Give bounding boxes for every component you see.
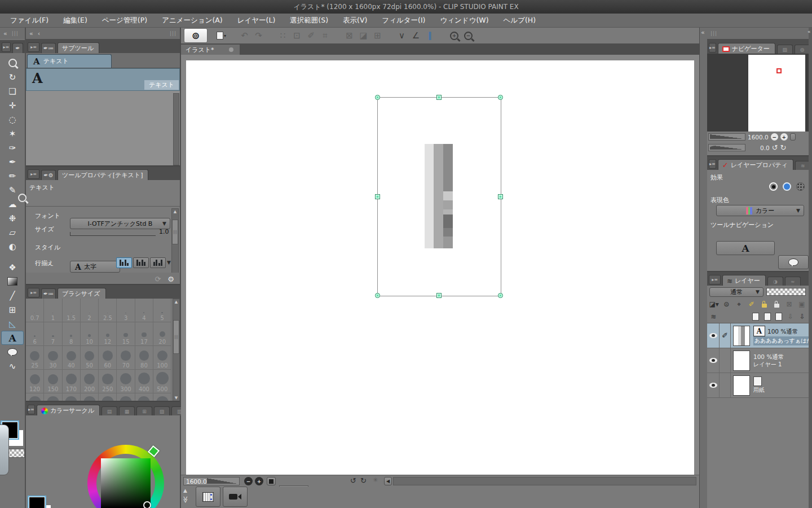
brush-size-tab[interactable]: ブラシサイズ: [58, 288, 106, 299]
navigator-zoom-in-icon[interactable]: +: [780, 133, 788, 141]
menu-item-9[interactable]: ヘルプ(H): [501, 15, 539, 27]
tool-nav-text-button[interactable]: A: [716, 241, 775, 255]
grip-icon[interactable]: |||: [170, 30, 176, 36]
undo-button[interactable]: ↶: [237, 29, 251, 42]
text-selection-box[interactable]: [377, 97, 501, 296]
navigator-rotate-cw-icon[interactable]: ↻: [780, 143, 787, 152]
brush-size-25[interactable]: 25: [26, 346, 44, 370]
grip-icon[interactable]: |||: [12, 30, 19, 36]
navigator-zoom-slider[interactable]: [708, 133, 745, 141]
brush-size-50[interactable]: 50: [81, 346, 99, 370]
select-source-icon[interactable]: ⊜: [721, 299, 732, 310]
color-menu-icon[interactable]: ▸≡: [28, 405, 35, 414]
menu-item-2[interactable]: ページ管理(P): [100, 15, 149, 27]
menu-item-4[interactable]: レイヤー(L): [235, 15, 278, 27]
approximate-color-tab[interactable]: ▨: [154, 406, 170, 415]
subtool-menu-icon[interactable]: ▸≡: [28, 42, 39, 52]
brush-size-15[interactable]: 15: [117, 322, 135, 346]
lock-transparent-pixel-icon[interactable]: [771, 299, 782, 310]
layers-stack-icon[interactable]: ≋: [708, 311, 719, 322]
quick-mask-button[interactable]: ✐: [304, 29, 318, 42]
blend-tool[interactable]: ◐: [1, 239, 24, 253]
clear-outside-button[interactable]: ◪: [356, 29, 370, 42]
layer-row-1[interactable]: 100 %通常レイヤー 1: [707, 348, 809, 373]
lock-layer-icon[interactable]: [758, 299, 770, 310]
brush-size-1.5[interactable]: 1.5: [63, 299, 81, 322]
saturation-value-square[interactable]: [101, 458, 151, 508]
navigator-rotate-ccw-icon[interactable]: ↺: [772, 143, 778, 152]
collapse-single-icon[interactable]: ‹: [38, 30, 40, 37]
duplicate-layer-button[interactable]: [774, 311, 784, 322]
selection-handle-5[interactable]: [375, 293, 380, 298]
information-tab[interactable]: ◍: [795, 45, 810, 54]
brush-menu-icon[interactable]: ▸≡: [28, 288, 39, 297]
menu-item-5[interactable]: 選択範囲(S): [288, 15, 330, 27]
brush-size-2[interactable]: 2: [81, 299, 99, 322]
pin-icon[interactable]: ⌖: [734, 299, 745, 310]
canvas-tab-close-icon[interactable]: [229, 47, 233, 52]
collapsed-palette-pull-tab[interactable]: [0, 424, 9, 475]
brush-size-17[interactable]: 17: [135, 322, 153, 346]
wrench-icon[interactable]: ⚙: [167, 275, 174, 283]
toolprop-menu-icon[interactable]: ▸≡: [28, 169, 39, 179]
zoom-out-button[interactable]: −: [461, 29, 475, 42]
shrink-selection-button[interactable]: ⌗: [318, 29, 332, 42]
transfer-to-lower-button[interactable]: ⇩: [785, 311, 796, 322]
canvas-h-scrollbar[interactable]: [393, 477, 696, 485]
collapse-left-icon[interactable]: «: [29, 30, 33, 37]
canvas-zoom-out-button[interactable]: −: [244, 477, 253, 485]
layer-row-2[interactable]: 用紙: [707, 373, 809, 398]
tool-palette-menu-icon[interactable]: ▸≡: [2, 42, 11, 52]
clear-button[interactable]: ⊠: [342, 29, 356, 42]
color-set-tab[interactable]: ▦: [119, 406, 135, 415]
navigator-rotate-slider[interactable]: [708, 144, 745, 151]
menu-item-7[interactable]: フィルター(I): [379, 15, 427, 27]
color-slider-tab[interactable]: ▤: [102, 406, 117, 415]
reset-all-icon[interactable]: ⟳: [155, 275, 161, 283]
sub-view-tab[interactable]: ▨: [777, 45, 793, 54]
snap-to-special-ruler-button[interactable]: ∠: [409, 29, 423, 42]
move-canvas-tool[interactable]: ↻: [1, 70, 24, 84]
navigator-fit-button[interactable]: [790, 133, 796, 141]
operation-tool[interactable]: ❏: [1, 84, 24, 98]
size-slider[interactable]: [70, 235, 156, 236]
scroll-left-button[interactable]: ◀: [384, 477, 392, 485]
menu-item-1[interactable]: 編集(E): [61, 15, 90, 27]
figure-tool[interactable]: ╱: [1, 288, 24, 303]
tool-nav-balloon-button[interactable]: [778, 255, 809, 269]
brush-size-12[interactable]: 12: [99, 322, 117, 346]
brush-size-2.5[interactable]: 2.5: [99, 299, 117, 322]
brush-size-6[interactable]: 6: [26, 322, 44, 346]
new-raster-layer-button[interactable]: [751, 311, 761, 322]
tone-effect-button[interactable]: [783, 182, 791, 191]
text-tool[interactable]: A: [1, 331, 24, 345]
new-canvas-button[interactable]: ▾: [214, 29, 228, 42]
selection-handle-0[interactable]: [375, 95, 380, 100]
layer-search-tab[interactable]: ◑: [767, 277, 783, 286]
selection-handle-2[interactable]: [498, 95, 503, 100]
scroll-up-icon[interactable]: ▲: [172, 209, 178, 215]
double-chevron-down-icon[interactable]: ≫: [182, 496, 189, 503]
canvas-zoom-in-button[interactable]: +: [255, 477, 263, 485]
enable-mask-icon[interactable]: ⊠: [784, 299, 795, 310]
brush-size-170[interactable]: 170: [63, 370, 81, 393]
toolprop-tab[interactable]: ツールプロパティ[テキスト]: [58, 169, 148, 180]
decoration-tool[interactable]: ❉: [1, 211, 24, 225]
layer-thumbnail[interactable]: [733, 351, 750, 371]
brush-size-150[interactable]: 150: [44, 370, 62, 393]
grip-icon[interactable]: |||: [710, 30, 717, 36]
layers-menu-icon[interactable]: ▸≡: [709, 275, 721, 284]
fill-tool[interactable]: ❖: [1, 260, 24, 274]
halftone-effect-button[interactable]: [796, 182, 805, 191]
clip-studio-button[interactable]: ⊚: [184, 28, 208, 43]
new-layer-folder-button[interactable]: [762, 311, 773, 322]
brush-size-80[interactable]: 80: [135, 346, 153, 370]
snap-to-ruler-button[interactable]: ∨: [395, 29, 409, 42]
eyedropper-tool[interactable]: ✑: [1, 141, 24, 155]
layerprop-tab[interactable]: ✓ レイヤープロパティ: [718, 159, 793, 170]
brush-scrollbar[interactable]: ▲ ||| ▼: [173, 299, 180, 402]
canvas-fit-button[interactable]: [267, 477, 276, 485]
collapse-left-icon[interactable]: «: [3, 30, 7, 37]
subtool-tab[interactable]: サブツール: [58, 42, 99, 53]
selection-handle-4[interactable]: [498, 194, 503, 199]
